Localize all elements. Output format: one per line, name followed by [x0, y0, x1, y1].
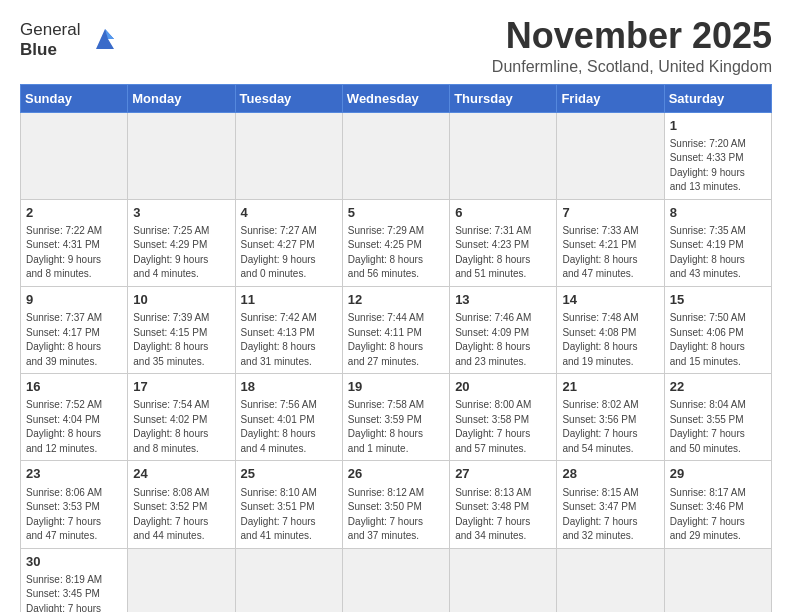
day-info: Sunrise: 7:56 AM Sunset: 4:01 PM Dayligh…	[241, 398, 338, 456]
day-number: 17	[133, 378, 230, 396]
calendar-cell: 12Sunrise: 7:44 AM Sunset: 4:11 PM Dayli…	[342, 286, 449, 373]
day-number: 11	[241, 291, 338, 309]
day-info: Sunrise: 7:33 AM Sunset: 4:21 PM Dayligh…	[562, 224, 659, 282]
calendar-cell: 11Sunrise: 7:42 AM Sunset: 4:13 PM Dayli…	[235, 286, 342, 373]
day-number: 7	[562, 204, 659, 222]
day-info: Sunrise: 7:20 AM Sunset: 4:33 PM Dayligh…	[670, 137, 767, 195]
calendar-week-4: 16Sunrise: 7:52 AM Sunset: 4:04 PM Dayli…	[21, 374, 772, 461]
calendar-cell: 30Sunrise: 8:19 AM Sunset: 3:45 PM Dayli…	[21, 548, 128, 612]
logo-line2: Blue	[20, 40, 80, 60]
calendar-week-3: 9Sunrise: 7:37 AM Sunset: 4:17 PM Daylig…	[21, 286, 772, 373]
day-number: 19	[348, 378, 445, 396]
day-number: 20	[455, 378, 552, 396]
day-info: Sunrise: 8:00 AM Sunset: 3:58 PM Dayligh…	[455, 398, 552, 456]
weekday-header-sunday: Sunday	[21, 84, 128, 112]
day-info: Sunrise: 8:02 AM Sunset: 3:56 PM Dayligh…	[562, 398, 659, 456]
day-info: Sunrise: 8:06 AM Sunset: 3:53 PM Dayligh…	[26, 486, 123, 544]
calendar-cell: 27Sunrise: 8:13 AM Sunset: 3:48 PM Dayli…	[450, 461, 557, 548]
weekday-header-saturday: Saturday	[664, 84, 771, 112]
calendar-week-2: 2Sunrise: 7:22 AM Sunset: 4:31 PM Daylig…	[21, 199, 772, 286]
weekday-header-wednesday: Wednesday	[342, 84, 449, 112]
title-area: November 2025 Dunfermline, Scotland, Uni…	[492, 16, 772, 76]
day-info: Sunrise: 8:13 AM Sunset: 3:48 PM Dayligh…	[455, 486, 552, 544]
calendar-cell: 3Sunrise: 7:25 AM Sunset: 4:29 PM Daylig…	[128, 199, 235, 286]
month-title: November 2025	[492, 16, 772, 56]
calendar-cell: 8Sunrise: 7:35 AM Sunset: 4:19 PM Daylig…	[664, 199, 771, 286]
day-info: Sunrise: 8:17 AM Sunset: 3:46 PM Dayligh…	[670, 486, 767, 544]
day-number: 15	[670, 291, 767, 309]
calendar-cell: 9Sunrise: 7:37 AM Sunset: 4:17 PM Daylig…	[21, 286, 128, 373]
day-info: Sunrise: 7:22 AM Sunset: 4:31 PM Dayligh…	[26, 224, 123, 282]
day-number: 1	[670, 117, 767, 135]
calendar-cell	[235, 112, 342, 199]
day-number: 18	[241, 378, 338, 396]
day-info: Sunrise: 8:08 AM Sunset: 3:52 PM Dayligh…	[133, 486, 230, 544]
calendar-cell: 22Sunrise: 8:04 AM Sunset: 3:55 PM Dayli…	[664, 374, 771, 461]
calendar-cell: 1Sunrise: 7:20 AM Sunset: 4:33 PM Daylig…	[664, 112, 771, 199]
day-number: 9	[26, 291, 123, 309]
day-info: Sunrise: 7:27 AM Sunset: 4:27 PM Dayligh…	[241, 224, 338, 282]
calendar-cell: 29Sunrise: 8:17 AM Sunset: 3:46 PM Dayli…	[664, 461, 771, 548]
day-info: Sunrise: 7:42 AM Sunset: 4:13 PM Dayligh…	[241, 311, 338, 369]
calendar-cell: 19Sunrise: 7:58 AM Sunset: 3:59 PM Dayli…	[342, 374, 449, 461]
calendar-cell	[450, 112, 557, 199]
weekday-header-thursday: Thursday	[450, 84, 557, 112]
day-info: Sunrise: 7:37 AM Sunset: 4:17 PM Dayligh…	[26, 311, 123, 369]
day-info: Sunrise: 8:15 AM Sunset: 3:47 PM Dayligh…	[562, 486, 659, 544]
day-number: 21	[562, 378, 659, 396]
weekday-header-friday: Friday	[557, 84, 664, 112]
day-number: 25	[241, 465, 338, 483]
day-number: 23	[26, 465, 123, 483]
calendar-cell	[557, 112, 664, 199]
calendar-cell: 10Sunrise: 7:39 AM Sunset: 4:15 PM Dayli…	[128, 286, 235, 373]
day-number: 8	[670, 204, 767, 222]
location: Dunfermline, Scotland, United Kingdom	[492, 58, 772, 76]
calendar-cell: 26Sunrise: 8:12 AM Sunset: 3:50 PM Dayli…	[342, 461, 449, 548]
day-number: 29	[670, 465, 767, 483]
day-info: Sunrise: 7:39 AM Sunset: 4:15 PM Dayligh…	[133, 311, 230, 369]
day-number: 13	[455, 291, 552, 309]
calendar-cell	[450, 548, 557, 612]
day-info: Sunrise: 7:44 AM Sunset: 4:11 PM Dayligh…	[348, 311, 445, 369]
day-number: 6	[455, 204, 552, 222]
day-number: 10	[133, 291, 230, 309]
calendar-cell	[342, 112, 449, 199]
calendar-cell	[664, 548, 771, 612]
calendar-cell	[21, 112, 128, 199]
day-number: 3	[133, 204, 230, 222]
calendar-cell	[342, 548, 449, 612]
calendar-cell: 6Sunrise: 7:31 AM Sunset: 4:23 PM Daylig…	[450, 199, 557, 286]
logo-line1: General	[20, 20, 80, 40]
calendar-cell: 28Sunrise: 8:15 AM Sunset: 3:47 PM Dayli…	[557, 461, 664, 548]
calendar-cell: 20Sunrise: 8:00 AM Sunset: 3:58 PM Dayli…	[450, 374, 557, 461]
calendar-cell: 16Sunrise: 7:52 AM Sunset: 4:04 PM Dayli…	[21, 374, 128, 461]
day-info: Sunrise: 7:52 AM Sunset: 4:04 PM Dayligh…	[26, 398, 123, 456]
day-number: 12	[348, 291, 445, 309]
day-number: 22	[670, 378, 767, 396]
calendar-week-6: 30Sunrise: 8:19 AM Sunset: 3:45 PM Dayli…	[21, 548, 772, 612]
day-info: Sunrise: 7:58 AM Sunset: 3:59 PM Dayligh…	[348, 398, 445, 456]
day-info: Sunrise: 8:04 AM Sunset: 3:55 PM Dayligh…	[670, 398, 767, 456]
day-number: 28	[562, 465, 659, 483]
day-info: Sunrise: 8:12 AM Sunset: 3:50 PM Dayligh…	[348, 486, 445, 544]
page-header: General Blue November 2025 Dunfermline, …	[20, 16, 772, 76]
day-info: Sunrise: 7:48 AM Sunset: 4:08 PM Dayligh…	[562, 311, 659, 369]
day-info: Sunrise: 7:35 AM Sunset: 4:19 PM Dayligh…	[670, 224, 767, 282]
day-number: 24	[133, 465, 230, 483]
calendar-cell: 14Sunrise: 7:48 AM Sunset: 4:08 PM Dayli…	[557, 286, 664, 373]
day-info: Sunrise: 8:19 AM Sunset: 3:45 PM Dayligh…	[26, 573, 123, 612]
calendar-cell: 25Sunrise: 8:10 AM Sunset: 3:51 PM Dayli…	[235, 461, 342, 548]
day-number: 4	[241, 204, 338, 222]
calendar-cell: 13Sunrise: 7:46 AM Sunset: 4:09 PM Dayli…	[450, 286, 557, 373]
day-info: Sunrise: 7:25 AM Sunset: 4:29 PM Dayligh…	[133, 224, 230, 282]
weekday-header-monday: Monday	[128, 84, 235, 112]
day-number: 26	[348, 465, 445, 483]
calendar-cell	[235, 548, 342, 612]
calendar-week-5: 23Sunrise: 8:06 AM Sunset: 3:53 PM Dayli…	[21, 461, 772, 548]
calendar-cell: 21Sunrise: 8:02 AM Sunset: 3:56 PM Dayli…	[557, 374, 664, 461]
calendar-cell	[557, 548, 664, 612]
day-info: Sunrise: 7:29 AM Sunset: 4:25 PM Dayligh…	[348, 224, 445, 282]
calendar-table: SundayMondayTuesdayWednesdayThursdayFrid…	[20, 84, 772, 612]
calendar-cell: 2Sunrise: 7:22 AM Sunset: 4:31 PM Daylig…	[21, 199, 128, 286]
day-number: 2	[26, 204, 123, 222]
